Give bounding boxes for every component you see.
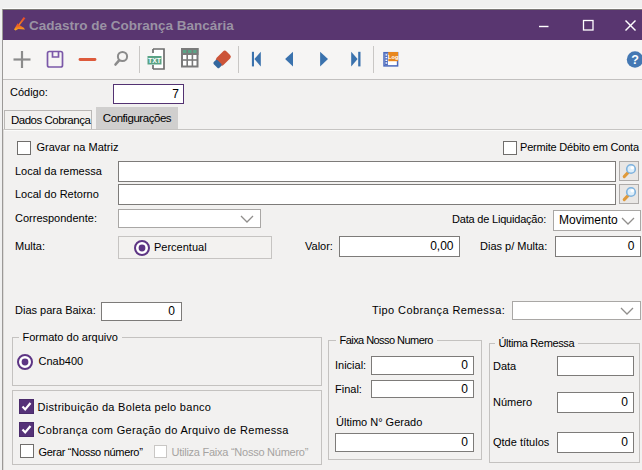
svg-text:Log: Log bbox=[388, 54, 399, 60]
svg-text:?: ? bbox=[631, 53, 639, 67]
svg-text:TXT: TXT bbox=[148, 57, 162, 64]
